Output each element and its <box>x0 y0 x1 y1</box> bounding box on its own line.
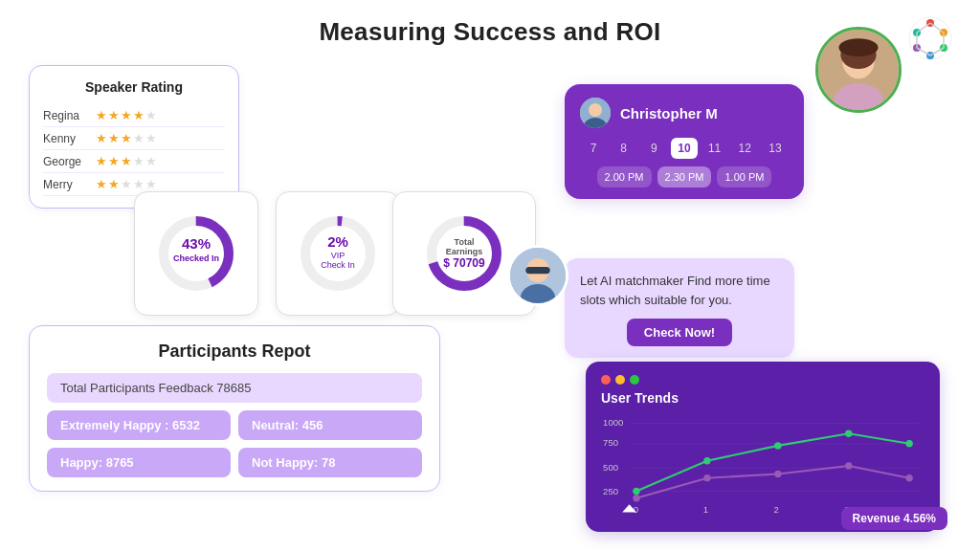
donuts-row: 43% Checked In 2% VIP Check In <box>134 191 400 316</box>
day-10-active[interactable]: 10 <box>671 138 698 159</box>
speaker-name: George <box>43 155 96 168</box>
time-slot-2[interactable]: 2.30 PM <box>657 166 712 187</box>
speaker-rating-card: Speaker Rating Regina ★★★★★ Kenny ★★★★★ … <box>29 65 239 209</box>
svg-text:2%: 2% <box>327 233 348 250</box>
svg-point-52 <box>845 462 852 469</box>
speaker-name: Kenny <box>43 132 96 145</box>
svg-line-9 <box>930 48 944 55</box>
participants-card: Participants Repot Total Participants Fe… <box>29 325 440 492</box>
check-now-button[interactable]: Check Now! <box>627 319 732 346</box>
calendar-card: Christopher M 7 8 9 10 11 12 13 2.00 PM … <box>565 84 804 199</box>
ai-bubble-text: Let AI matchmaker Find more time slots w… <box>580 272 779 309</box>
person-photo-man <box>507 245 568 306</box>
svg-point-50 <box>703 474 710 481</box>
stat-not-happy: Not Happy: 78 <box>238 448 422 477</box>
calendar-days: 7 8 9 10 11 12 13 <box>580 138 789 159</box>
svg-point-44 <box>633 488 639 495</box>
day-12: 12 <box>731 138 758 159</box>
stat-happy: Happy: 8765 <box>47 448 231 477</box>
day-9: 9 <box>640 138 667 159</box>
svg-point-51 <box>774 471 781 477</box>
total-value: $ 70709 <box>443 256 484 270</box>
svg-text:1: 1 <box>703 504 708 515</box>
stat-neutral: Neutral: 456 <box>238 410 422 440</box>
svg-text:500: 500 <box>603 462 618 473</box>
revenue-label: Revenue 4.56% <box>841 507 947 530</box>
svg-point-53 <box>905 474 912 481</box>
speaker-name: Regina <box>43 109 96 122</box>
ai-matchmaker-bubble: Let AI matchmaker Find more time slots w… <box>565 258 794 358</box>
svg-line-7 <box>930 23 944 33</box>
svg-text:1000: 1000 <box>603 417 623 428</box>
svg-point-34 <box>589 103 602 117</box>
speaker-row: Kenny ★★★★★ <box>43 127 225 150</box>
svg-text:2: 2 <box>774 504 779 515</box>
svg-point-47 <box>845 430 852 437</box>
day-11: 11 <box>702 138 728 159</box>
window-dots <box>601 375 924 385</box>
trends-chart: 1000 750 500 250 0 1 2 3 4 <box>601 413 924 518</box>
svg-point-49 <box>633 495 639 501</box>
logo-icon <box>907 15 953 61</box>
speaker-row: Regina ★★★★★ <box>43 104 225 127</box>
svg-text:VIP: VIP <box>331 251 345 260</box>
total-participants-stat: Total Participants Feedback 78685 <box>47 373 422 403</box>
calendar-name: Christopher M <box>620 105 718 121</box>
day-13: 13 <box>762 138 789 159</box>
time-slot-3[interactable]: 1.00 PM <box>717 166 771 187</box>
svg-point-48 <box>905 440 912 447</box>
svg-text:750: 750 <box>603 437 618 448</box>
participants-stats-grid: Extremely Happy : 6532 Neutral: 456 Happ… <box>47 410 422 477</box>
svg-text:43%: 43% <box>182 235 211 252</box>
svg-text:Checked In: Checked In <box>173 253 219 263</box>
dot-yellow <box>615 375 625 385</box>
svg-line-10 <box>917 48 930 55</box>
svg-text:Check In: Check In <box>321 260 355 270</box>
svg-rect-32 <box>525 267 549 274</box>
trends-title: User Trends <box>601 390 924 406</box>
earnings-donut: TotalEarnings $ 70709 <box>421 210 507 297</box>
dot-green-dot <box>630 375 639 385</box>
speaker-stars: ★★★★★ <box>96 154 158 168</box>
day-8: 8 <box>611 138 637 159</box>
svg-text:250: 250 <box>603 486 618 496</box>
svg-point-46 <box>774 442 781 449</box>
dot-red <box>601 375 611 385</box>
participants-title: Participants Repot <box>47 342 422 362</box>
speaker-stars: ★★★★★ <box>96 131 158 145</box>
calendar-header: Christopher M <box>580 98 789 128</box>
total-earnings-card: TotalEarnings $ 70709 <box>392 191 536 316</box>
speaker-name: Merry <box>43 178 96 191</box>
speaker-row: George ★★★★★ <box>43 150 225 173</box>
day-7: 7 <box>580 138 607 159</box>
person-photo-woman <box>815 27 902 113</box>
speaker-rating-title: Speaker Rating <box>43 79 225 95</box>
svg-text:0: 0 <box>634 504 638 515</box>
stat-extremely-happy: Extremely Happy : 6532 <box>47 410 231 440</box>
svg-point-17 <box>838 38 878 56</box>
svg-line-12 <box>917 23 930 33</box>
donut-checked-in: 43% Checked In <box>134 191 258 316</box>
svg-point-45 <box>703 457 710 464</box>
speaker-stars: ★★★★★ <box>96 108 158 122</box>
time-slots: 2.00 PM 2.30 PM 1.00 PM <box>580 166 789 187</box>
donut-vip: 2% VIP Check In <box>276 191 400 316</box>
time-slot-1[interactable]: 2.00 PM <box>597 166 652 187</box>
speaker-stars: ★★★★★ <box>96 177 158 191</box>
total-label: TotalEarnings <box>443 237 484 256</box>
calendar-avatar <box>580 98 611 128</box>
